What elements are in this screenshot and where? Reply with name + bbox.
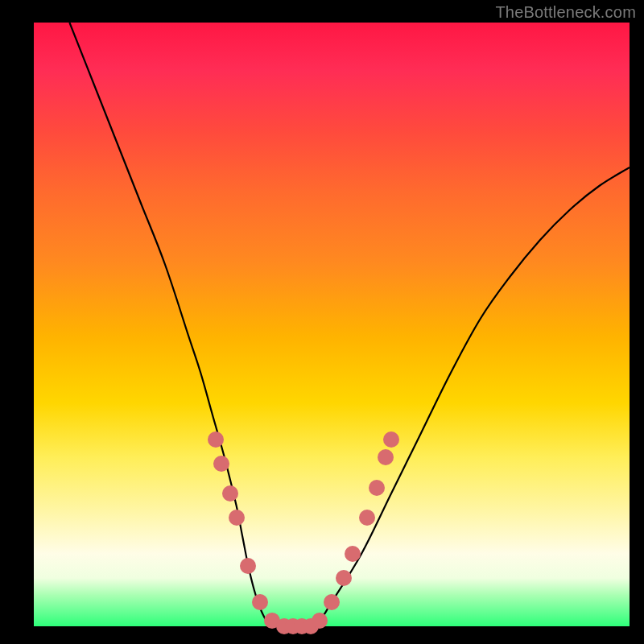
watermark-text: TheBottleneck.com — [495, 3, 636, 22]
data-marker — [378, 449, 394, 465]
chart-canvas: TheBottleneck.com — [0, 0, 644, 644]
data-marker — [229, 510, 245, 526]
data-marker — [383, 431, 399, 448]
data-marker — [369, 480, 385, 496]
plot-area — [34, 23, 630, 626]
curve-layer — [34, 23, 630, 626]
data-marker — [345, 546, 361, 562]
data-marker — [213, 456, 229, 472]
bottleneck-curve — [69, 23, 630, 626]
data-marker — [324, 594, 340, 610]
data-marker — [336, 570, 352, 586]
data-marker — [208, 431, 224, 448]
data-marker — [312, 613, 328, 629]
